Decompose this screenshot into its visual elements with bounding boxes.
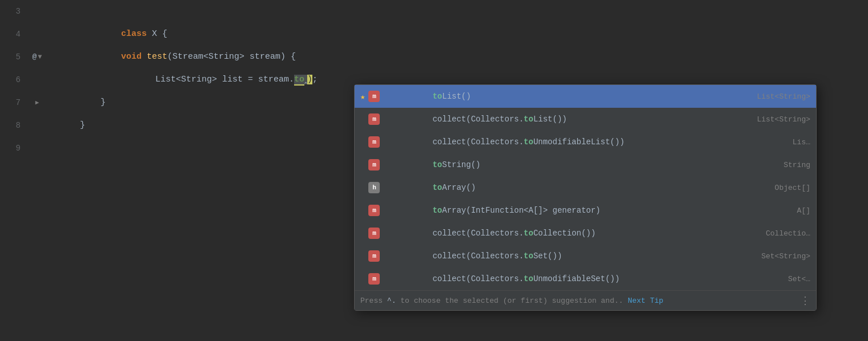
autocomplete-item-7[interactable]: ★ m collect(Collectors.toSet()) Set<Stri…: [355, 245, 816, 267]
autocomplete-list: ★ m toList() List<String> ★ m collect(Co…: [355, 85, 816, 290]
autocomplete-item-5[interactable]: ★ m toArray(IntFunction<A[]> generator) …: [355, 199, 816, 222]
item-return-1: List<String>: [757, 115, 810, 124]
method-icon-3: m: [368, 159, 380, 170]
footer-text: Press ^. to choose the selected (or firs…: [360, 297, 800, 305]
method-icon-5: m: [368, 205, 380, 216]
item-return-0: List<String>: [757, 92, 810, 101]
method-icon-7: m: [368, 250, 380, 262]
autocomplete-item-0[interactable]: ★ m toList() List<String>: [355, 85, 816, 108]
shortcut: ^.: [387, 297, 396, 305]
more-options-icon[interactable]: ⋮: [800, 294, 810, 307]
item-return-4: Object[]: [775, 184, 810, 192]
line-number-7: 7: [0, 91, 29, 114]
gutter-7: ▶: [29, 91, 46, 114]
line-number-5: 5: [0, 46, 29, 68]
at-icon: @: [32, 46, 37, 68]
autocomplete-item-8[interactable]: ★ m collect(Collectors.toUnmodifiableSet…: [355, 267, 816, 290]
item-return-5: A[]: [797, 206, 810, 215]
autocomplete-item-2[interactable]: ★ m collect(Collectors.toUnmodifiableLis…: [355, 131, 816, 153]
footer-desc: to choose the selected (or first) sugges…: [396, 297, 623, 305]
autocomplete-item-1[interactable]: ★ m collect(Collectors.toList()) List<St…: [355, 108, 816, 131]
line-number-9: 9: [0, 137, 29, 160]
item-return-6: Collectio…: [766, 229, 810, 238]
code-editor: 3 4 class X { 5 @ ▼ void test(Stream<Str…: [0, 0, 868, 341]
line-number-3: 3: [0, 0, 29, 23]
item-return-2: Lis…: [793, 138, 810, 147]
autocomplete-item-3[interactable]: ★ m toString() String: [355, 153, 816, 176]
autocomplete-footer: Press ^. to choose the selected (or firs…: [355, 290, 816, 310]
fold-arrow-icon: ▶: [35, 91, 39, 114]
next-tip-link[interactable]: Next Tip: [628, 297, 663, 305]
gutter-5: @ ▼: [29, 46, 46, 68]
autocomplete-popup[interactable]: ★ m toList() List<String> ★ m collect(Co…: [354, 84, 817, 311]
method-icon-6: m: [368, 228, 380, 239]
item-return-3: String: [783, 161, 810, 169]
star-icon: ★: [360, 92, 365, 102]
line-number-4: 4: [0, 23, 29, 46]
press-label: Press: [360, 297, 383, 305]
arrow-down-icon: ▼: [38, 46, 42, 68]
item-return-8: Set<…: [788, 275, 810, 283]
method-icon-2: m: [368, 136, 380, 148]
method-icon-1: m: [368, 113, 380, 125]
method-icon-8: m: [368, 273, 380, 285]
line-number-8: 8: [0, 114, 29, 137]
item-return-7: Set<String>: [761, 252, 810, 261]
autocomplete-item-4[interactable]: ★ h toArray() Object[]: [355, 176, 816, 199]
method-icon-0: m: [368, 91, 380, 102]
typed-to: to: [294, 75, 304, 86]
autocomplete-item-6[interactable]: ★ m collect(Collectors.toCollection()) C…: [355, 222, 816, 245]
method-icon-4: h: [368, 182, 380, 193]
item-text-8: collect(Collectors.toUnmodifiableSet()): [384, 265, 782, 293]
line-number-6: 6: [0, 68, 29, 91]
